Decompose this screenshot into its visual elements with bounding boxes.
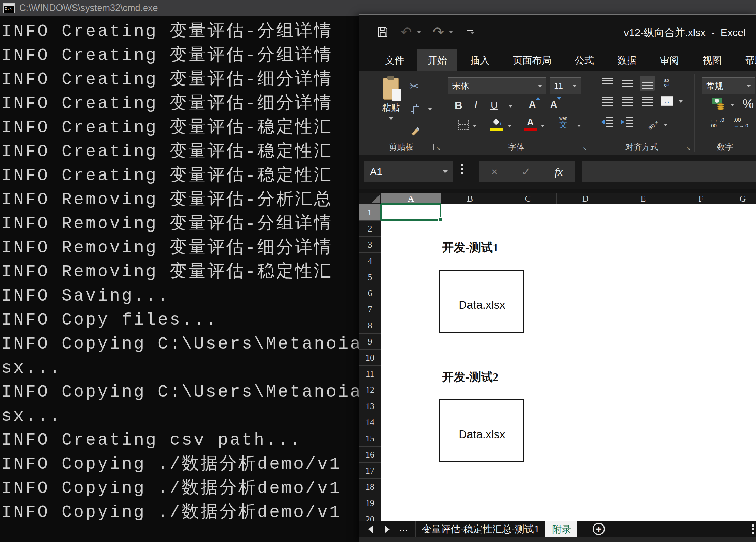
row-header[interactable]: 17: [359, 463, 381, 479]
ribbon-tab[interactable]: 数据: [607, 49, 647, 71]
percent-style-button[interactable]: %: [743, 97, 754, 111]
undo-button[interactable]: ↶: [400, 25, 412, 39]
cell-grid[interactable]: 开发-测试1 Data.xlsx 开发-测试2 Data.xlsx: [381, 204, 756, 521]
font-color-button[interactable]: A: [523, 117, 537, 131]
ribbon-tab[interactable]: 页面布局: [503, 49, 562, 71]
orientation-button[interactable]: ab↗: [647, 119, 660, 131]
accounting-dropdown-icon[interactable]: [730, 104, 734, 106]
dialog-launcher-font[interactable]: [580, 144, 586, 150]
shape-box[interactable]: Data.xlsx: [439, 399, 524, 462]
italic-button[interactable]: I: [474, 98, 478, 111]
merge-dropdown-icon[interactable]: [679, 100, 683, 103]
row-header[interactable]: 20: [359, 511, 381, 521]
shape-caption[interactable]: 开发-测试2: [442, 369, 511, 385]
paste-dropdown-icon[interactable]: [388, 117, 393, 120]
row-header[interactable]: 14: [359, 414, 381, 430]
phonetic-button[interactable]: wén 文: [559, 116, 567, 129]
cancel-button[interactable]: ×: [491, 166, 498, 178]
row-header[interactable]: 4: [359, 253, 381, 269]
ribbon-tab[interactable]: 插入: [460, 49, 500, 71]
formula-bar-handle[interactable]: [461, 164, 463, 174]
column-header[interactable]: F: [672, 193, 730, 204]
shape-caption[interactable]: 开发-测试1: [442, 240, 511, 256]
ribbon-tab[interactable]: 文件: [375, 49, 415, 71]
underline-dropdown-icon[interactable]: [508, 105, 512, 108]
bold-button[interactable]: B: [455, 100, 462, 111]
cut-button[interactable]: ✂: [409, 80, 419, 93]
fill-color-button[interactable]: [489, 117, 504, 131]
dialog-launcher-alignment[interactable]: [684, 144, 690, 150]
sheet-nav-next-icon[interactable]: [385, 526, 390, 533]
decrease-decimal-button[interactable]: .00→→.0: [734, 117, 748, 128]
number-format-select[interactable]: 常规: [702, 77, 755, 94]
row-header[interactable]: 16: [359, 447, 381, 463]
enter-button[interactable]: ✓: [521, 165, 531, 178]
row-header[interactable]: 19: [359, 495, 381, 511]
wrap-text-button[interactable]: ab c↵: [659, 76, 675, 91]
fill-dropdown-icon[interactable]: [508, 125, 512, 127]
column-header[interactable]: G: [730, 193, 756, 204]
row-header[interactable]: 3: [359, 237, 381, 253]
selected-cell[interactable]: [381, 204, 441, 221]
align-right-button[interactable]: [640, 93, 655, 109]
ribbon-tab[interactable]: 审阅: [650, 49, 689, 71]
redo-button[interactable]: ↷: [433, 25, 444, 39]
cmd-titlebar[interactable]: C:\WINDOWS\system32\cmd.exe: [0, 0, 756, 16]
sheet-tab[interactable]: 变量评估-稳定性汇总-测试1: [415, 521, 545, 537]
decrease-font-button[interactable]: A: [550, 99, 557, 110]
redo-dropdown-icon[interactable]: [449, 31, 453, 33]
insert-function-button[interactable]: fx: [555, 166, 563, 178]
save-button[interactable]: [376, 26, 389, 38]
align-center-button[interactable]: [620, 93, 635, 109]
dialog-launcher-clipboard[interactable]: [433, 144, 440, 150]
sheet-tab[interactable]: 附录: [545, 521, 577, 537]
paste-button[interactable]: 粘贴: [376, 78, 406, 120]
row-header[interactable]: 8: [359, 317, 381, 334]
row-header[interactable]: 18: [359, 479, 381, 495]
row-header[interactable]: 2: [359, 221, 381, 237]
row-header[interactable]: 11: [359, 366, 381, 382]
borders-button[interactable]: [458, 120, 469, 130]
align-top-button[interactable]: [600, 76, 615, 91]
ribbon-tab[interactable]: 视图: [692, 49, 732, 71]
sheet-tabs-ellipsis[interactable]: ...: [399, 521, 408, 537]
row-header[interactable]: 6: [359, 285, 381, 301]
name-box[interactable]: A1: [364, 161, 453, 182]
shape-box[interactable]: Data.xlsx: [439, 270, 524, 333]
tabbar-more-icon[interactable]: [752, 521, 754, 537]
align-bottom-button[interactable]: [640, 76, 655, 91]
merge-center-button[interactable]: ↔: [659, 93, 675, 109]
align-middle-button[interactable]: [620, 76, 635, 91]
underline-button[interactable]: U: [490, 100, 498, 111]
increase-decimal-button[interactable]: ←←.0.00: [710, 117, 724, 128]
sheet-nav-prev-icon[interactable]: [368, 526, 373, 533]
ribbon-tab[interactable]: 开始: [417, 49, 457, 71]
row-header[interactable]: 13: [359, 398, 381, 414]
new-sheet-button[interactable]: +: [593, 523, 605, 535]
qat-customize-button[interactable]: [465, 30, 474, 34]
phonetic-dropdown-icon[interactable]: [577, 125, 581, 127]
column-header[interactable]: D: [557, 193, 614, 204]
column-header[interactable]: A: [381, 193, 441, 204]
ribbon-tab[interactable]: 公式: [564, 49, 604, 71]
column-header[interactable]: C: [499, 193, 557, 204]
copy-button[interactable]: [411, 104, 420, 115]
row-header[interactable]: 1: [359, 204, 381, 221]
font-color-dropdown-icon[interactable]: [541, 125, 545, 127]
row-header[interactable]: 7: [359, 301, 381, 317]
format-painter-button[interactable]: [409, 125, 421, 138]
decrease-indent-button[interactable]: [601, 117, 613, 127]
increase-indent-button[interactable]: [621, 117, 633, 127]
align-left-button[interactable]: [600, 93, 615, 109]
row-header[interactable]: 5: [359, 269, 381, 285]
row-header[interactable]: 12: [359, 382, 381, 398]
increase-font-button[interactable]: A: [529, 99, 536, 110]
orientation-dropdown-icon[interactable]: [664, 124, 668, 126]
ribbon-tab[interactable]: 帮助: [735, 49, 756, 71]
font-size-select[interactable]: 11: [550, 77, 581, 94]
row-header[interactable]: 10: [359, 350, 381, 366]
formula-input[interactable]: [582, 161, 756, 182]
select-all-corner[interactable]: [359, 193, 381, 204]
borders-dropdown-icon[interactable]: [473, 125, 477, 127]
column-header[interactable]: E: [614, 193, 672, 204]
